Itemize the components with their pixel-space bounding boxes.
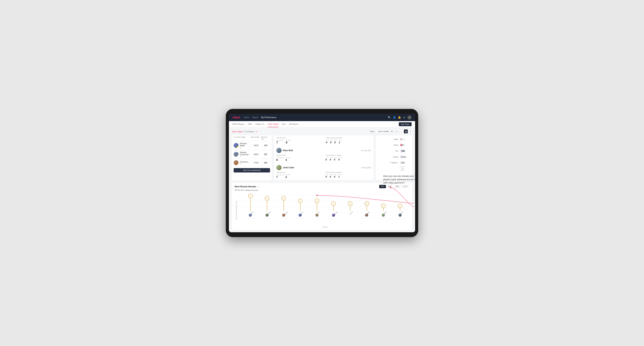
avatar [276, 165, 282, 170]
streak-line [366, 206, 367, 211]
tournament-label: Tournament [276, 140, 284, 141]
streak-bubble: 4x [364, 201, 369, 206]
bar-chart-panel: Eagles 3 Birdies [376, 135, 412, 180]
tablet-screen: clippd Home Teams My Performance 🔍 👤 🔔 ⚙… [229, 114, 415, 232]
streak-column: 7x E. Ebert [243, 192, 258, 218]
card-header: Josh Coles 26 Aug 2023 [276, 165, 371, 170]
streak-line [300, 203, 300, 211]
putt-label: PUTT [339, 140, 342, 141]
add-team-button[interactable]: Add Team [399, 122, 412, 126]
streak-bubble: 6x [282, 196, 286, 200]
edit-icon[interactable]: ✏ [256, 131, 257, 133]
nav-my-performance[interactable]: My Performance [261, 116, 276, 119]
subnav-hcaps[interactable]: Hcaps 1-5 [256, 121, 264, 127]
chart-label: D. Bogeys + [388, 162, 398, 164]
settings-icon[interactable]: ⚙ [403, 116, 405, 119]
subnav-team-clippd[interactable]: Team Clippd [268, 121, 278, 127]
list-item: Josh Coles 26 Aug 2023 Total Rounds Tour… [274, 163, 374, 180]
streak-line [284, 200, 284, 211]
streak-filter-buttons: OTT APP ARG PUTT [379, 185, 409, 188]
player-name: Richard Butler [240, 142, 251, 147]
callout-text: Here you can see streaks your players ha… [383, 174, 422, 184]
player-name: Cameron... [240, 161, 249, 163]
streak-bubble: 5x [298, 199, 302, 203]
chart-axis-label: Total Shots [400, 168, 405, 171]
rounds-title: Total Rounds [276, 155, 322, 156]
filter-arg[interactable]: ARG [394, 185, 401, 188]
streak-bubble: 3x [381, 204, 386, 208]
streaks-header: Best Round Streaks ← OTT APP ARG PUTT [235, 185, 409, 188]
view-leaderboard-button[interactable]: View Full Leaderboard [234, 168, 270, 173]
streak-line [350, 206, 350, 211]
y-tick: 4 [238, 206, 241, 207]
nav-links: Home Teams My Performance [244, 116, 276, 119]
team-header: Team Clippd | 14 Players ✏ Show Last 3 m… [232, 130, 412, 133]
panels: PLAYER NAME PB SCORE PB AVG SQ 1 [232, 135, 412, 180]
user-icon[interactable]: 👤 [393, 116, 396, 119]
streak-column: 4x E. Crossman [326, 192, 341, 218]
bell-icon[interactable]: 🔔 [398, 116, 401, 119]
arg-value: 0 [334, 141, 338, 144]
x-axis-label: Players [322, 226, 328, 228]
search-icon[interactable]: 🔍 [388, 116, 391, 119]
subnav-pga[interactable]: PGA [248, 121, 252, 127]
table-row: 1 Richard Butler ♥ 19/20 110 [232, 141, 272, 150]
y-tick: 0 [238, 217, 241, 218]
x-axis-0: 0 [400, 166, 400, 168]
rank-badge: 2 [236, 155, 238, 157]
player-name: Edward Crossman [240, 151, 251, 156]
streak-bubble: 4x [348, 201, 352, 206]
ott-label: OTT [326, 140, 329, 141]
activities-title: Total Practice Activities [326, 137, 371, 139]
y-tick: 2 [238, 211, 241, 213]
list-item: Rees Britt 02 Sep 2023 Total Rounds Tour… [274, 146, 374, 163]
lb-col-avg: PB AVG SQ [261, 136, 270, 140]
filter-putt[interactable]: PUTT [402, 185, 409, 188]
user-avatar[interactable]: U [408, 115, 412, 120]
avatar: 3 [234, 160, 238, 165]
x-axis-200: 200 [400, 166, 403, 168]
subnav-tour[interactable]: Tour [282, 121, 286, 127]
lb-col-score: PB SCORE [251, 136, 261, 140]
period-select[interactable]: Last 3 months [376, 130, 394, 133]
list-view-btn[interactable]: ≡ [399, 130, 403, 133]
player-score: 17/20 [251, 162, 261, 164]
rank-badge: 1 [236, 146, 238, 148]
streak-bubble: 3x [398, 204, 402, 208]
chart-view-btn[interactable]: ▦ [404, 130, 408, 133]
streak-line [383, 208, 384, 211]
nav-home[interactable]: Home [244, 116, 249, 119]
grid-view-btn[interactable]: ⊞ [395, 130, 399, 133]
team-title-area: Team Clippd | 14 Players ✏ [232, 130, 257, 133]
avatar [276, 148, 282, 153]
player-name: Rees Britt [283, 149, 293, 152]
streaks-subtitle: Off The Tee, Fairway Accuracy [235, 189, 409, 191]
filter-btn[interactable]: ⬇ [408, 130, 412, 133]
y-axis-label: Best Streak, Fairway Accuracy [235, 201, 237, 220]
streak-line [334, 206, 334, 211]
chart-row-dbogeys: D. Bogeys + 131 [388, 162, 405, 164]
filter-ott[interactable]: OTT [379, 185, 386, 188]
tablet-frame: clippd Home Teams My Performance 🔍 👤 🔔 ⚙… [226, 109, 418, 237]
filter-app[interactable]: APP [386, 185, 393, 188]
player-avg: 103 [261, 162, 270, 164]
lb-header: PLAYER NAME PB SCORE PB AVG SQ [232, 135, 272, 141]
list-item: Total Rounds Tournament 7 Practice [274, 135, 374, 146]
streak-column: 3x R. Butler [376, 192, 391, 218]
leaderboard-panel: PLAYER NAME PB SCORE PB AVG SQ 1 [232, 135, 272, 180]
player-score: 18/20 [251, 153, 261, 155]
table-row: 2 Edward Crossman ♥ 18/20 107 [232, 150, 272, 159]
nav-icons: 🔍 👤 🔔 ⚙ U [388, 115, 412, 120]
chart-label: Bogeys [388, 156, 398, 158]
rank-badge: 3 [236, 163, 238, 165]
y-tick: 8 [238, 195, 241, 196]
subnav-pgat[interactable]: PGAT Players [232, 121, 244, 127]
nav-teams[interactable]: Teams [252, 116, 258, 119]
subnav-all-players[interactable]: All Players [289, 121, 298, 127]
card-date: 02 Sep 2023 [361, 150, 371, 152]
chart-row-bogeys: Bogeys 311 [388, 156, 405, 158]
putt-value: 1 [339, 141, 342, 144]
avatar: 2 [234, 152, 238, 157]
player-info-2: 2 Edward Crossman ♥ [234, 151, 251, 157]
player-avg: 107 [261, 153, 270, 155]
